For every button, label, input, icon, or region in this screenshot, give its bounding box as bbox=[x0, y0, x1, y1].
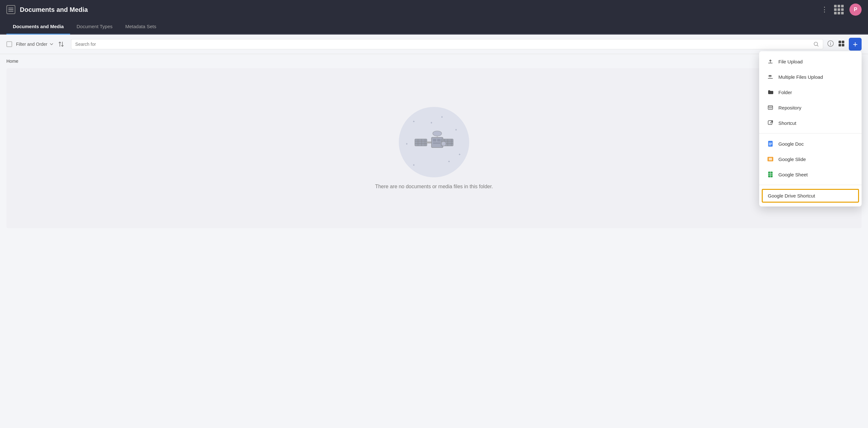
dropdown-item-repository[interactable]: Repository bbox=[759, 100, 862, 115]
svg-rect-16 bbox=[427, 142, 431, 144]
dropdown-item-shortcut[interactable]: Shortcut bbox=[759, 115, 862, 131]
tab-document-types[interactable]: Document Types bbox=[70, 19, 119, 35]
svg-point-31 bbox=[442, 143, 443, 144]
google-doc-icon bbox=[767, 140, 774, 147]
dropdown-menu: File Upload Multiple Files Upload Folder bbox=[759, 51, 862, 207]
google-slide-icon bbox=[767, 156, 774, 163]
svg-rect-36 bbox=[769, 143, 772, 144]
svg-rect-32 bbox=[768, 105, 773, 110]
svg-rect-0 bbox=[8, 8, 13, 8]
svg-rect-38 bbox=[769, 145, 771, 145]
filter-chevron-icon bbox=[49, 42, 54, 47]
google-sheet-icon bbox=[767, 171, 774, 178]
svg-rect-20 bbox=[433, 143, 440, 144]
top-bar: Documents and Media ⋮ P bbox=[0, 0, 868, 19]
empty-state-message: There are no documents or media files in… bbox=[375, 184, 493, 189]
filter-order-button[interactable]: Filter and Order bbox=[16, 41, 54, 47]
svg-rect-19 bbox=[437, 139, 440, 142]
grid-view-button[interactable] bbox=[838, 40, 845, 48]
search-bar[interactable] bbox=[71, 39, 823, 49]
svg-point-28 bbox=[433, 131, 442, 136]
svg-rect-8 bbox=[839, 44, 841, 47]
breadcrumb: Home bbox=[0, 54, 868, 68]
repository-icon bbox=[767, 104, 774, 111]
svg-rect-1 bbox=[8, 9, 13, 10]
dropdown-section-files: File Upload Multiple Files Upload Folder bbox=[759, 51, 862, 133]
empty-state-illustration: + + + + + + + + bbox=[399, 107, 469, 177]
satellite-svg bbox=[413, 121, 455, 163]
svg-rect-37 bbox=[769, 144, 772, 144]
search-icon bbox=[813, 41, 819, 47]
top-bar-actions: ⋮ P bbox=[821, 3, 862, 16]
multi-upload-icon bbox=[767, 73, 774, 80]
empty-state: + + + + + + + + bbox=[375, 107, 493, 189]
add-button[interactable]: + bbox=[849, 38, 862, 51]
sidebar-toggle[interactable] bbox=[6, 5, 16, 14]
svg-rect-40 bbox=[769, 158, 772, 160]
shortcut-icon bbox=[767, 119, 774, 126]
svg-rect-18 bbox=[433, 139, 436, 142]
svg-rect-6 bbox=[839, 41, 841, 43]
apps-grid-button[interactable] bbox=[834, 5, 844, 14]
folder-icon bbox=[767, 89, 774, 96]
user-avatar[interactable]: P bbox=[849, 3, 862, 16]
upload-icon bbox=[767, 58, 774, 65]
breadcrumb-home[interactable]: Home bbox=[6, 59, 18, 64]
dropdown-item-folder[interactable]: Folder bbox=[759, 85, 862, 100]
tab-metadata-sets[interactable]: Metadata Sets bbox=[119, 19, 163, 35]
main-content: + + + + + + + + bbox=[6, 68, 862, 228]
svg-point-30 bbox=[441, 142, 446, 146]
dropdown-item-google-sheet[interactable]: Google Sheet bbox=[759, 167, 862, 182]
dropdown-item-multiple-files-upload[interactable]: Multiple Files Upload bbox=[759, 69, 862, 85]
info-button[interactable] bbox=[827, 40, 834, 49]
svg-point-3 bbox=[814, 42, 818, 46]
dropdown-item-google-slide[interactable]: Google Slide bbox=[759, 151, 862, 167]
app-title: Documents and Media bbox=[20, 6, 821, 13]
dropdown-item-google-drive-shortcut[interactable]: Google Drive Shortcut bbox=[762, 189, 859, 203]
dropdown-item-file-upload[interactable]: File Upload bbox=[759, 54, 862, 69]
more-options-button[interactable]: ⋮ bbox=[821, 5, 828, 14]
toolbar: Filter and Order + bbox=[0, 35, 868, 54]
dropdown-section-drive: Google Drive Shortcut bbox=[759, 185, 862, 207]
svg-rect-2 bbox=[8, 11, 13, 11]
dropdown-section-google: Google Doc Google Slide Google Sheet bbox=[759, 133, 862, 185]
svg-point-5 bbox=[830, 42, 831, 42]
svg-rect-34 bbox=[768, 121, 772, 125]
sort-button[interactable] bbox=[58, 41, 67, 48]
nav-tabs: Documents and Media Document Types Metad… bbox=[0, 19, 868, 35]
select-all-checkbox[interactable] bbox=[6, 41, 12, 47]
search-input[interactable] bbox=[75, 41, 811, 47]
svg-point-33 bbox=[769, 108, 770, 108]
tab-documents-and-media[interactable]: Documents and Media bbox=[6, 19, 70, 35]
svg-rect-9 bbox=[842, 44, 844, 47]
svg-rect-7 bbox=[842, 41, 844, 43]
dropdown-item-google-doc[interactable]: Google Doc bbox=[759, 136, 862, 151]
